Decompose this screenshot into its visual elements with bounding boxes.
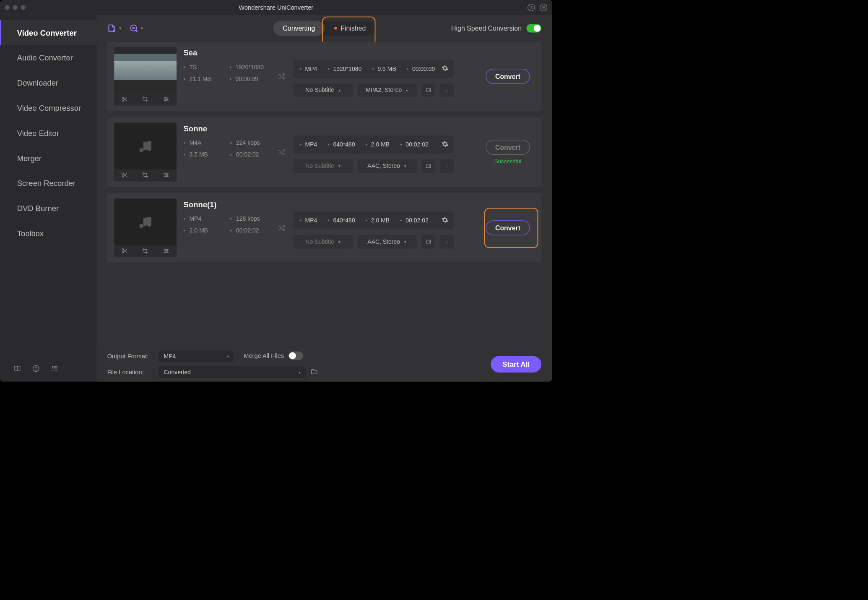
app-window: Wondershare UniConverter Video Converter…	[0, 0, 552, 381]
add-file-button[interactable]: ▾	[107, 24, 122, 33]
maximize-window[interactable]	[21, 5, 26, 10]
svg-point-42	[166, 250, 168, 251]
svg-point-41	[165, 249, 166, 250]
sidebar-item-screen-recorder[interactable]: Screen Recorder	[0, 171, 96, 196]
source-meta: 3.5 MB	[184, 151, 217, 159]
adjust-button[interactable]	[163, 248, 170, 256]
account-icon[interactable]	[528, 4, 535, 11]
output-meta: 00:02:02	[400, 217, 429, 224]
sidebar-item-dvd-burner[interactable]: DVD Burner	[0, 196, 96, 221]
main-panel: ▾ ▾ Converting Finished High Speed Conve…	[96, 15, 552, 382]
output-format-select[interactable]: MP4▾	[159, 350, 234, 362]
info-button[interactable]	[440, 235, 454, 249]
adjust-button[interactable]	[163, 96, 170, 104]
merge-label: Merge All Files	[244, 352, 284, 359]
convert-button[interactable]: Convert	[486, 69, 530, 84]
preview-button[interactable]	[421, 235, 435, 249]
preview-button[interactable]	[421, 159, 435, 173]
output-meta: MP4	[300, 65, 317, 73]
thumbnail[interactable]	[114, 47, 177, 94]
subtitle-select[interactable]: No Subtitle▾	[294, 159, 353, 173]
cut-button[interactable]	[121, 172, 128, 180]
minimize-window[interactable]	[13, 5, 18, 10]
source-meta: 1920*1080	[229, 64, 269, 71]
svg-point-32	[165, 176, 166, 177]
tutorial-icon[interactable]	[13, 365, 21, 374]
source-meta: 128 kbps	[230, 215, 269, 222]
sidebar: Video ConverterAudio ConverterDownloader…	[0, 15, 96, 382]
status-text: Successful	[494, 158, 522, 164]
close-window[interactable]	[5, 5, 9, 10]
open-folder-button[interactable]	[310, 368, 318, 376]
sidebar-item-video-editor[interactable]: Video Editor	[0, 120, 96, 146]
file-location-select[interactable]: Converted▾	[159, 366, 306, 378]
add-disc-button[interactable]: ▾	[129, 24, 143, 33]
svg-point-30	[165, 173, 166, 174]
conversion-list: SeaTS1920*108021.1 MB00:00:09MP41920*108…	[96, 42, 552, 347]
menu-icon[interactable]	[540, 4, 547, 11]
chevron-down-icon: ▾	[141, 25, 143, 31]
info-button[interactable]	[440, 159, 454, 173]
source-meta: 00:02:02	[230, 227, 269, 234]
gear-icon[interactable]	[442, 65, 449, 73]
crop-button[interactable]	[142, 172, 149, 180]
file-location-label: File Location:	[107, 369, 154, 376]
conversion-item: SeaTS1920*108021.1 MB00:00:09MP41920*108…	[107, 42, 541, 111]
audio-select[interactable]: AAC, Stereo▾	[357, 159, 416, 173]
gear-icon[interactable]	[442, 141, 449, 149]
start-all-button[interactable]: Start All	[491, 356, 541, 372]
thumbnail[interactable]	[114, 198, 177, 245]
sidebar-item-toolbox[interactable]: Toolbox	[0, 221, 96, 246]
svg-point-10	[130, 25, 136, 31]
merge-toggle[interactable]	[288, 352, 303, 360]
thumbnail[interactable]	[114, 123, 177, 170]
gear-icon[interactable]	[442, 217, 449, 224]
source-meta: 2.0 MB	[184, 227, 217, 234]
svg-point-6	[52, 366, 55, 368]
sidebar-item-audio-converter[interactable]: Audio Converter	[0, 45, 96, 70]
svg-point-19	[165, 97, 166, 99]
help-icon[interactable]	[32, 365, 40, 374]
output-meta: MP4	[300, 141, 317, 148]
sidebar-item-video-compressor[interactable]: Video Compressor	[0, 96, 96, 121]
convert-button[interactable]: Convert	[486, 220, 530, 235]
adjust-button[interactable]	[163, 172, 170, 180]
sidebar-item-merger[interactable]: Merger	[0, 146, 96, 171]
cut-button[interactable]	[121, 96, 128, 104]
audio-select[interactable]: MPA2, Stereo▾	[357, 83, 416, 97]
notification-dot-icon	[334, 27, 337, 29]
output-settings: MP41920*10809.9 MB00:00:09	[294, 60, 454, 78]
sidebar-item-video-converter[interactable]: Video Converter	[0, 20, 96, 45]
subtitle-select[interactable]: No Subtitle▾	[294, 83, 353, 97]
app-title: Wondershare UniConverter	[239, 4, 313, 11]
tab-finished[interactable]: Finished	[325, 21, 375, 36]
svg-point-5	[36, 370, 36, 370]
info-button[interactable]	[440, 83, 454, 97]
subtitle-select[interactable]: No Subtitle▾	[294, 235, 353, 249]
item-title: Sonne	[184, 124, 269, 133]
tab-converting[interactable]: Converting	[273, 21, 325, 36]
high-speed-label: High Speed Conversion	[451, 24, 522, 32]
output-meta: 2.0 MB	[366, 217, 390, 224]
output-meta: MP4	[300, 217, 317, 224]
output-settings: MP4640*4802.0 MB00:02:02	[294, 211, 454, 230]
convert-button: Convert	[486, 140, 530, 155]
cut-button[interactable]	[121, 248, 128, 256]
conversion-item: SonneM4A224 kbps3.5 MB00:02:02MP4640*480…	[107, 117, 541, 187]
svg-point-31	[166, 175, 168, 176]
footer: Output Format: MP4▾ Merge All Files File…	[96, 347, 552, 382]
output-format-label: Output Format:	[107, 352, 154, 360]
audio-select[interactable]: AAC, Stereo▾	[357, 235, 416, 249]
convert-arrow-icon	[276, 198, 286, 257]
feedback-icon[interactable]	[51, 365, 59, 374]
svg-point-11	[133, 27, 135, 29]
source-meta: 21.1 MB	[184, 76, 216, 83]
crop-button[interactable]	[142, 96, 149, 104]
source-meta: 00:02:02	[230, 151, 269, 159]
convert-arrow-icon	[276, 123, 286, 182]
preview-button[interactable]	[421, 83, 435, 97]
crop-button[interactable]	[142, 248, 149, 256]
sidebar-item-downloader[interactable]: Downloader	[0, 70, 96, 96]
high-speed-toggle[interactable]	[526, 24, 541, 32]
titlebar: Wondershare UniConverter	[0, 0, 552, 15]
